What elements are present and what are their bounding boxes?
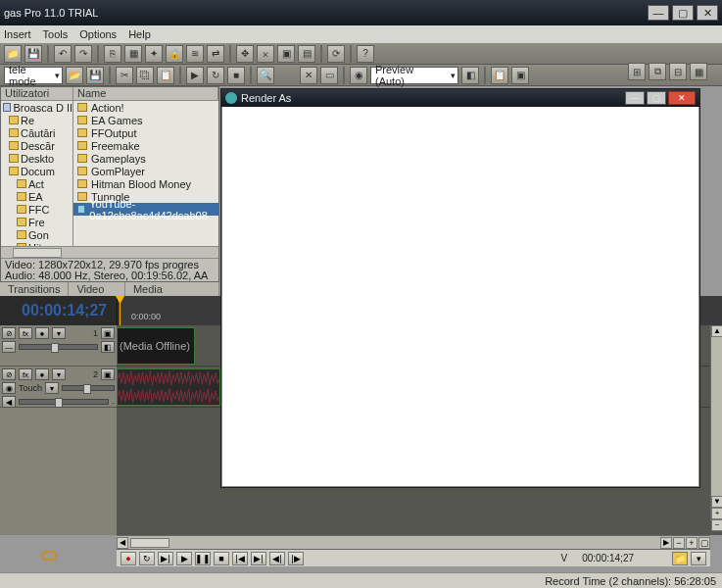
timeline-hscroll[interactable]: ◀ ▶ − + ▢ <box>117 535 710 549</box>
ripple-icon[interactable]: ≋ <box>186 45 204 63</box>
auto-down-icon[interactable]: ▾ <box>45 382 59 394</box>
rail-a-icon[interactable]: ⊞ <box>628 63 646 80</box>
rail-b-icon[interactable]: ⧉ <box>649 63 666 80</box>
scroll-thumb[interactable] <box>130 538 169 548</box>
tree-item[interactable]: Deskto <box>1 152 72 165</box>
file-row[interactable]: Action! <box>73 101 218 114</box>
automation-icon[interactable]: ◉ <box>2 382 16 394</box>
open-folder-icon[interactable]: 📂 <box>66 67 83 84</box>
opacity-slider[interactable] <box>19 344 98 350</box>
copy-icon[interactable]: ⿻ <box>136 67 154 84</box>
screen-icon[interactable]: ▣ <box>511 67 529 84</box>
dialog-minimize-button[interactable]: — <box>625 91 645 105</box>
rail-c-icon[interactable]: ⊟ <box>669 63 687 80</box>
redo-icon[interactable]: ↷ <box>74 45 92 63</box>
menu-insert[interactable]: Insert <box>4 28 31 40</box>
timeline-vscroll[interactable]: ▲ ▼ + − <box>710 325 722 521</box>
rail-d-icon[interactable]: ▦ <box>690 63 707 80</box>
grid-icon[interactable]: ▦ <box>124 45 142 63</box>
open-icon[interactable]: 📁 <box>4 45 22 63</box>
loop-button[interactable]: ↻ <box>139 552 155 565</box>
next-frame-button[interactable]: |▶ <box>288 552 304 565</box>
zoom-out-v-icon[interactable]: − <box>711 519 722 531</box>
tab-transitions[interactable]: Transitions <box>0 282 69 296</box>
track-max-icon[interactable]: ▣ <box>101 368 115 380</box>
cut-icon[interactable]: ✂ <box>116 67 133 84</box>
go-start-button[interactable]: |◀ <box>232 552 248 565</box>
save2-icon[interactable]: 💾 <box>86 67 104 84</box>
track-fx-icon[interactable]: fx <box>19 368 32 380</box>
loop2-icon[interactable]: ↻ <box>207 67 224 84</box>
paste-icon[interactable]: 📋 <box>157 67 174 84</box>
play-icon[interactable]: ▶ <box>186 67 204 84</box>
menu-help[interactable]: Help <box>128 28 151 40</box>
tab-mediagen[interactable]: Media Generators <box>125 282 219 296</box>
move-icon[interactable]: ✥ <box>236 45 254 63</box>
track-max-icon[interactable]: ▣ <box>101 327 115 339</box>
track-fx-icon[interactable]: fx <box>19 327 32 339</box>
preview-close-icon[interactable]: ✕ <box>300 67 317 84</box>
pause-button[interactable]: ❚❚ <box>195 552 211 565</box>
tree-item[interactable]: EA <box>1 190 72 203</box>
maximize-button[interactable]: ▢ <box>672 5 694 21</box>
level-icon[interactable]: — <box>2 341 16 353</box>
track-bypass-icon[interactable]: ⊘ <box>2 368 16 380</box>
name-header[interactable]: Name <box>73 87 218 100</box>
tree-item[interactable]: Descăr <box>1 139 72 152</box>
menu-tools[interactable]: Tools <box>43 28 69 40</box>
prev-frame-button[interactable]: ◀| <box>269 552 285 565</box>
track-mute-icon[interactable]: ● <box>35 368 49 380</box>
play-button[interactable]: ▶ <box>176 552 192 565</box>
comp-icon[interactable]: ◧ <box>101 341 115 353</box>
play-start-button[interactable]: ▶| <box>158 552 173 565</box>
file-row[interactable]: Hitman Blood Money <box>73 177 218 190</box>
minimize-button[interactable]: — <box>648 5 669 21</box>
track-mute-icon[interactable]: ● <box>35 327 49 339</box>
tree-item[interactable]: Docum <box>1 165 72 177</box>
snap-icon[interactable]: ⎘ <box>104 45 121 63</box>
mode-combo[interactable]: tele mode <box>4 67 63 84</box>
tree-item[interactable]: Re <box>1 114 72 126</box>
file-row[interactable]: YouTube-0a12cbe8ac4d42dcab08 <box>73 203 218 216</box>
clipboard-icon[interactable]: 📋 <box>491 67 508 84</box>
file-row[interactable]: Freemake <box>73 139 218 152</box>
save-icon[interactable]: 💾 <box>24 45 42 63</box>
menu-options[interactable]: Options <box>79 28 117 40</box>
marker-icon[interactable]: ✦ <box>145 45 163 63</box>
crossfade-icon[interactable]: ⨉ <box>257 45 274 63</box>
zoom-fit-icon[interactable]: ▢ <box>698 537 710 549</box>
volume-slider[interactable] <box>62 385 115 391</box>
file-list[interactable]: Action!EA GamesFFOutputFreemakeGameplays… <box>73 101 218 246</box>
explorer-hscroll[interactable] <box>1 246 218 258</box>
go-end-button[interactable]: ▶| <box>251 552 266 565</box>
track-bypass-icon[interactable]: ⊘ <box>2 327 16 339</box>
audio-clip[interactable] <box>117 368 220 406</box>
lock-icon[interactable]: 🔒 <box>166 45 183 63</box>
help-icon[interactable]: ? <box>357 45 374 63</box>
tree-item[interactable]: Gon <box>1 228 72 241</box>
file-row[interactable]: GomPlayer <box>73 165 218 177</box>
zoom-in-v-icon[interactable]: + <box>711 508 722 519</box>
settings-button[interactable]: ▾ <box>691 552 706 565</box>
close-button[interactable]: ✕ <box>697 5 718 21</box>
tree-item[interactable]: Act <box>1 177 72 190</box>
scroll-right-icon[interactable]: ▶ <box>660 537 672 549</box>
preview-quality-combo[interactable]: Preview (Auto) <box>370 67 458 84</box>
stop2-icon[interactable]: ■ <box>227 67 245 84</box>
transport-timecode[interactable]: 00:00:14;27 <box>582 553 634 564</box>
folder-button[interactable]: 📁 <box>672 552 688 565</box>
quality-icon[interactable]: ◉ <box>350 67 367 84</box>
autoripple-icon[interactable]: ⇄ <box>207 45 224 63</box>
pan-slider[interactable] <box>19 399 109 405</box>
loop-playback-icon[interactable] <box>37 549 61 563</box>
scroll-up-icon[interactable]: ▲ <box>711 325 722 337</box>
track-more-icon[interactable]: ▾ <box>52 327 66 339</box>
tree-item[interactable]: Fre <box>1 216 72 228</box>
zoom-out-h-icon[interactable]: − <box>673 537 685 549</box>
pan-left-icon[interactable]: ◀ <box>2 396 16 408</box>
tree-item[interactable]: Căutări <box>1 126 72 139</box>
stop-button[interactable]: ■ <box>214 552 229 565</box>
dialog-close-button[interactable]: ✕ <box>668 91 696 105</box>
audio-track-header[interactable]: ⊘ fx ● ▾ 2 ▣ ◉ Touch ▾ ◀ - <box>0 367 117 408</box>
dialog-maximize-button[interactable]: ▢ <box>647 91 666 105</box>
